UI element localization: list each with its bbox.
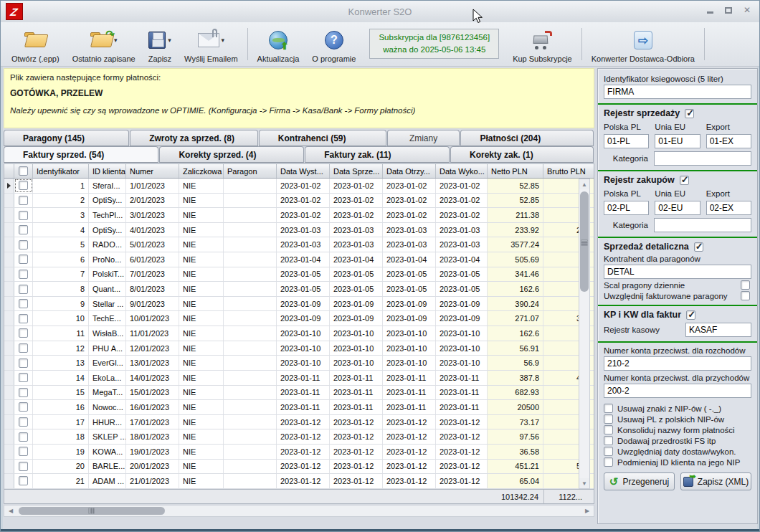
- col-data-otrzy[interactable]: Data Otrzy...: [383, 164, 436, 178]
- table-row[interactable]: 16 Nowoc... 16/01/2023 NIE 2023-01-11 20…: [4, 400, 594, 415]
- row-checkbox[interactable]: [14, 445, 33, 459]
- col-id-klienta[interactable]: ID klienta: [89, 164, 126, 178]
- table-row[interactable]: 12 PHU A... 12/01/2023 NIE 2023-01-10 20…: [4, 341, 594, 356]
- row-checkbox[interactable]: [14, 386, 33, 400]
- scroll-left-arrow-icon[interactable]: ◀: [6, 506, 16, 516]
- table-row[interactable]: 19 KOWA... 19/01/2023 NIE 2023-01-12 202…: [4, 445, 594, 460]
- regenerate-button[interactable]: ↺ Przegeneruj: [604, 472, 675, 490]
- table-row[interactable]: 20 BARLE... 20/01/2023 NIE 2023-01-12 20…: [4, 460, 594, 475]
- maximize-button[interactable]: [723, 5, 733, 15]
- option-checkbox[interactable]: [604, 447, 613, 456]
- minimize-button[interactable]: [705, 5, 715, 15]
- option-checkbox[interactable]: [741, 280, 750, 290]
- purchase-ex-input[interactable]: [706, 201, 751, 215]
- row-checkbox[interactable]: [14, 400, 33, 414]
- table-row[interactable]: 3 TechPl... 3/01/2023 NIE 2023-01-02 202…: [4, 208, 594, 223]
- tab-p-atno-ci-204-[interactable]: Płatności (204): [460, 130, 594, 146]
- table-row[interactable]: 7 PolskiT... 7/01/2023 NIE 2023-01-05 20…: [4, 267, 594, 282]
- col-paragon[interactable]: Paragon: [224, 164, 277, 178]
- table-row[interactable]: 17 HHUR... 17/01/2023 NIE 2023-01-12 202…: [4, 415, 594, 430]
- retail-sales-checkbox[interactable]: [694, 242, 703, 252]
- sales-register-checkbox[interactable]: [685, 109, 694, 118]
- tab-korekty-sprzed-4-[interactable]: Korekty sprzed. (4): [159, 146, 304, 163]
- title-bar[interactable]: Z Konwerter S2O ✕: [1, 1, 759, 22]
- option-checkbox[interactable]: [604, 457, 613, 467]
- table-row[interactable]: 21 ADAM ... 21/01/2023 NIE 2023-01-12 20…: [4, 474, 594, 489]
- table-row[interactable]: 10 TechE... 10/01/2023 NIE 2023-01-09 20…: [4, 311, 594, 326]
- col-numer[interactable]: Numer: [126, 164, 179, 178]
- row-checkbox[interactable]: [14, 282, 33, 296]
- col-data-sprze[interactable]: Data Sprze...: [330, 164, 383, 178]
- col-netto-pln[interactable]: Netto PLN: [488, 164, 543, 178]
- row-checkbox[interactable]: [14, 237, 33, 252]
- option-checkbox[interactable]: [741, 291, 750, 300]
- row-checkbox[interactable]: [14, 429, 33, 444]
- table-row[interactable]: 6 ProNo... 6/01/2023 NIE 2023-01-04 2023…: [4, 252, 594, 267]
- option-row[interactable]: Uwzględniaj daty dostaw/wykon.: [604, 447, 751, 456]
- scroll-down-arrow-icon[interactable]: ▼: [579, 478, 589, 488]
- converter-supplier-button[interactable]: ⇨ Konwerter Dostawca-Odbiora: [585, 25, 701, 65]
- option-row[interactable]: Usuwaj PL z polskich NIP-ów: [604, 414, 751, 424]
- tab-faktury-sprzed-54-[interactable]: Faktury sprzed. (54): [4, 146, 158, 163]
- option-checkbox[interactable]: [604, 425, 613, 434]
- vertical-scroll-thumb[interactable]: [580, 191, 589, 292]
- row-checkbox[interactable]: [14, 460, 33, 474]
- accounting-id-input[interactable]: [604, 85, 751, 99]
- buy-subscription-button[interactable]: Kup Subskrypcje: [506, 25, 579, 65]
- close-button[interactable]: ✕: [742, 5, 752, 15]
- purchase-register-checkbox[interactable]: [680, 176, 689, 185]
- row-checkbox[interactable]: [14, 179, 33, 193]
- tab-paragony-145-[interactable]: Paragony (145): [4, 130, 129, 146]
- row-checkbox[interactable]: [14, 341, 33, 356]
- row-checkbox[interactable]: [14, 267, 33, 282]
- col-brutto-pln[interactable]: Brutto PLN: [543, 164, 594, 178]
- option-row[interactable]: Konsoliduj nazwy form płatności: [604, 425, 751, 434]
- row-checkbox[interactable]: [14, 415, 33, 429]
- dropdown-caret-icon[interactable]: ▾: [222, 37, 225, 44]
- row-checkbox[interactable]: [14, 297, 33, 311]
- option-row[interactable]: Uwzględnij fakturowane paragony: [604, 291, 751, 300]
- col-data-wyko[interactable]: Data Wyko...: [436, 164, 488, 178]
- option-row[interactable]: Scal pragony dziennie: [604, 280, 751, 290]
- table-row[interactable]: 11 WisłaB... 11/01/2023 NIE 2023-01-10 2…: [4, 326, 594, 341]
- save-xml-button[interactable]: Zapisz (XML): [680, 472, 751, 490]
- row-checkbox[interactable]: [14, 474, 33, 488]
- option-checkbox[interactable]: [604, 436, 613, 445]
- table-row[interactable]: 1 SferaI... 1/01/2023 NIE 2023-01-02 202…: [4, 179, 594, 194]
- table-row[interactable]: 4 OptiSy... 4/01/2023 NIE 2023-01-03 202…: [4, 223, 594, 238]
- col-identyfikator[interactable]: Identyfikator: [33, 164, 89, 178]
- select-all-checkbox[interactable]: [14, 164, 33, 178]
- dropdown-caret-icon[interactable]: ▾: [168, 37, 171, 44]
- table-row[interactable]: 8 Quant... 8/01/2023 NIE 2023-01-05 2023…: [4, 282, 594, 297]
- vertical-scrollbar[interactable]: ▲ ▼: [579, 179, 590, 489]
- tab-zwroty-za-sprzed-8-[interactable]: Zwroty za sprzed. (8): [130, 130, 258, 146]
- row-checkbox[interactable]: [14, 194, 33, 208]
- table-row[interactable]: 2 OptiSy... 2/01/2023 NIE 2023-01-02 202…: [4, 194, 594, 209]
- sales-category-input[interactable]: [654, 151, 751, 166]
- tab-faktury-zak-11-[interactable]: Faktury zak. (11): [305, 146, 450, 163]
- table-row[interactable]: 9 Stellar ... 9/01/2023 NIE 2023-01-09 2…: [4, 297, 594, 312]
- purchase-category-input[interactable]: [654, 218, 751, 232]
- row-checkbox[interactable]: [14, 371, 33, 385]
- tab-zmiany[interactable]: Zmiany: [387, 130, 460, 146]
- table-row[interactable]: 14 EkoLa... 14/01/2023 NIE 2023-01-11 20…: [4, 371, 594, 386]
- save-button[interactable]: ▾ Zapisz: [142, 25, 178, 65]
- recent-saved-button[interactable]: ↷ ▾ Ostatnio zapisane: [66, 25, 142, 65]
- cash-register-input[interactable]: [685, 323, 751, 337]
- receipt-contractor-input[interactable]: [604, 265, 751, 279]
- purchase-pl-input[interactable]: [604, 201, 649, 215]
- sales-ex-input[interactable]: [706, 134, 751, 148]
- income-account-input[interactable]: [604, 384, 751, 398]
- send-email-button[interactable]: ▾ Wyślij Emailem: [178, 25, 244, 65]
- row-checkbox[interactable]: [14, 356, 33, 370]
- kp-kw-checkbox[interactable]: [686, 310, 695, 320]
- col-data-wyst[interactable]: Data Wyst...: [277, 164, 330, 178]
- horizontal-scroll-thumb[interactable]: [19, 507, 165, 515]
- scroll-up-arrow-icon[interactable]: ▲: [579, 179, 589, 189]
- table-row[interactable]: 5 RADO... 5/01/2023 NIE 2023-01-03 2023-…: [4, 237, 594, 252]
- table-row[interactable]: 18 SKLEP ... 18/01/2023 NIE 2023-01-12 2…: [4, 429, 594, 445]
- row-checkbox[interactable]: [14, 208, 33, 222]
- col-zaliczkowa[interactable]: Zaliczkowa: [179, 164, 224, 178]
- option-row[interactable]: Podmieniaj ID klienta na jego NIP: [604, 457, 751, 467]
- row-checkbox[interactable]: [14, 311, 33, 326]
